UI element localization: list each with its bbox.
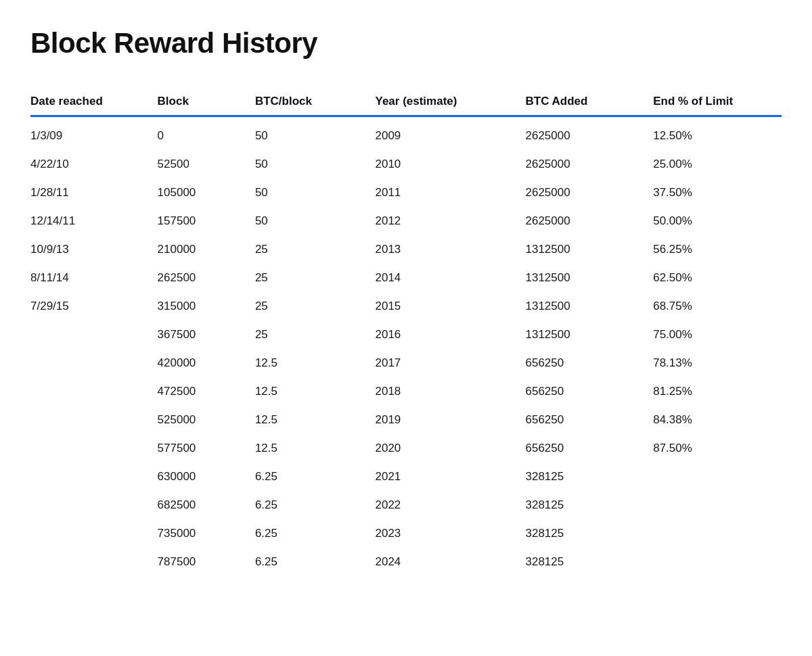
cell-year: 2009 <box>368 116 518 151</box>
cell-block: 262500 <box>151 264 248 292</box>
table-row: 4/22/1052500502010262500025.00% <box>30 150 782 179</box>
cell-year: 2011 <box>368 179 518 207</box>
cell-year: 2016 <box>368 321 518 349</box>
cell-btcadded: 1312500 <box>518 264 646 292</box>
cell-date: 1/3/09 <box>30 116 151 151</box>
cell-date <box>30 321 151 349</box>
col-header-btcblock: BTC/block <box>248 87 369 116</box>
table-row: 10/9/13210000252013131250056.25% <box>30 235 782 264</box>
cell-btcadded: 328125 <box>518 463 646 491</box>
cell-btcblock: 6.25 <box>248 519 369 548</box>
table-row: 1/28/11105000502011262500037.50% <box>30 179 782 207</box>
cell-block: 525000 <box>151 406 248 434</box>
cell-btcadded: 2625000 <box>518 150 646 179</box>
table-header-row: Date reached Block BTC/block Year (estim… <box>30 87 782 116</box>
cell-date: 10/9/13 <box>30 235 151 264</box>
cell-btcblock: 50 <box>248 179 369 207</box>
cell-date <box>30 406 151 434</box>
cell-btcadded: 1312500 <box>518 235 646 264</box>
cell-endlimit: 12.50% <box>646 116 782 151</box>
table-row: 47250012.5201865625081.25% <box>30 377 782 406</box>
cell-year: 2021 <box>368 463 518 491</box>
cell-btcblock: 25 <box>248 321 369 349</box>
cell-year: 2020 <box>368 434 518 463</box>
table-row: 57750012.5202065625087.50% <box>30 434 782 463</box>
table-row: 52500012.5201965625084.38% <box>30 406 782 434</box>
cell-endlimit: 62.50% <box>646 264 782 292</box>
cell-date: 8/11/14 <box>30 264 151 292</box>
cell-btcadded: 2625000 <box>518 179 646 207</box>
cell-btcblock: 50 <box>248 150 369 179</box>
cell-block: 157500 <box>151 207 248 235</box>
cell-btcblock: 6.25 <box>248 491 369 519</box>
cell-year: 2022 <box>368 491 518 519</box>
cell-block: 105000 <box>151 179 248 207</box>
cell-btcblock: 12.5 <box>248 406 369 434</box>
col-header-block: Block <box>151 87 248 116</box>
cell-date <box>30 519 151 548</box>
cell-block: 682500 <box>151 491 248 519</box>
cell-endlimit <box>646 548 782 576</box>
cell-block: 630000 <box>151 463 248 491</box>
cell-endlimit: 84.38% <box>646 406 782 434</box>
table-row: 7875006.252024328125 <box>30 548 782 576</box>
cell-endlimit <box>646 519 782 548</box>
cell-year: 2019 <box>368 406 518 434</box>
cell-year: 2012 <box>368 207 518 235</box>
table-row: 8/11/14262500252014131250062.50% <box>30 264 782 292</box>
table-row: 1/3/090502009262500012.50% <box>30 116 782 151</box>
cell-block: 367500 <box>151 321 248 349</box>
cell-endlimit: 50.00% <box>646 207 782 235</box>
cell-btcblock: 50 <box>248 116 369 151</box>
cell-btcadded: 2625000 <box>518 116 646 151</box>
cell-year: 2013 <box>368 235 518 264</box>
cell-date <box>30 463 151 491</box>
col-header-date: Date reached <box>30 87 151 116</box>
cell-btcblock: 12.5 <box>248 377 369 406</box>
cell-block: 577500 <box>151 434 248 463</box>
block-reward-table: Date reached Block BTC/block Year (estim… <box>30 87 782 576</box>
cell-date <box>30 491 151 519</box>
cell-date <box>30 434 151 463</box>
cell-btcadded: 656250 <box>518 377 646 406</box>
cell-block: 0 <box>151 116 248 151</box>
cell-year: 2014 <box>368 264 518 292</box>
table-row: 367500252016131250075.00% <box>30 321 782 349</box>
cell-date: 4/22/10 <box>30 150 151 179</box>
cell-endlimit: 56.25% <box>646 235 782 264</box>
cell-btcadded: 1312500 <box>518 292 646 321</box>
cell-endlimit: 75.00% <box>646 321 782 349</box>
cell-btcblock: 25 <box>248 264 369 292</box>
cell-btcadded: 656250 <box>518 406 646 434</box>
cell-btcblock: 25 <box>248 292 369 321</box>
table-row: 42000012.5201765625078.13% <box>30 349 782 377</box>
cell-date <box>30 548 151 576</box>
cell-btcblock: 12.5 <box>248 434 369 463</box>
cell-btcadded: 328125 <box>518 548 646 576</box>
cell-block: 472500 <box>151 377 248 406</box>
col-header-endlimit: End % of Limit <box>646 87 782 116</box>
cell-date: 7/29/15 <box>30 292 151 321</box>
table-row: 6825006.252022328125 <box>30 491 782 519</box>
cell-btcadded: 1312500 <box>518 321 646 349</box>
cell-block: 52500 <box>151 150 248 179</box>
cell-block: 210000 <box>151 235 248 264</box>
table-row: 7350006.252023328125 <box>30 519 782 548</box>
cell-block: 315000 <box>151 292 248 321</box>
cell-btcadded: 656250 <box>518 349 646 377</box>
cell-endlimit: 87.50% <box>646 434 782 463</box>
cell-block: 420000 <box>151 349 248 377</box>
col-header-btcadded: BTC Added <box>518 87 646 116</box>
cell-date <box>30 349 151 377</box>
page-title: Block Reward History <box>30 27 782 60</box>
cell-btcblock: 6.25 <box>248 463 369 491</box>
cell-btcblock: 50 <box>248 207 369 235</box>
cell-year: 2015 <box>368 292 518 321</box>
col-header-year: Year (estimate) <box>368 87 518 116</box>
cell-endlimit: 37.50% <box>646 179 782 207</box>
cell-date <box>30 377 151 406</box>
cell-btcadded: 656250 <box>518 434 646 463</box>
table-row: 7/29/15315000252015131250068.75% <box>30 292 782 321</box>
cell-date: 12/14/11 <box>30 207 151 235</box>
cell-block: 787500 <box>151 548 248 576</box>
